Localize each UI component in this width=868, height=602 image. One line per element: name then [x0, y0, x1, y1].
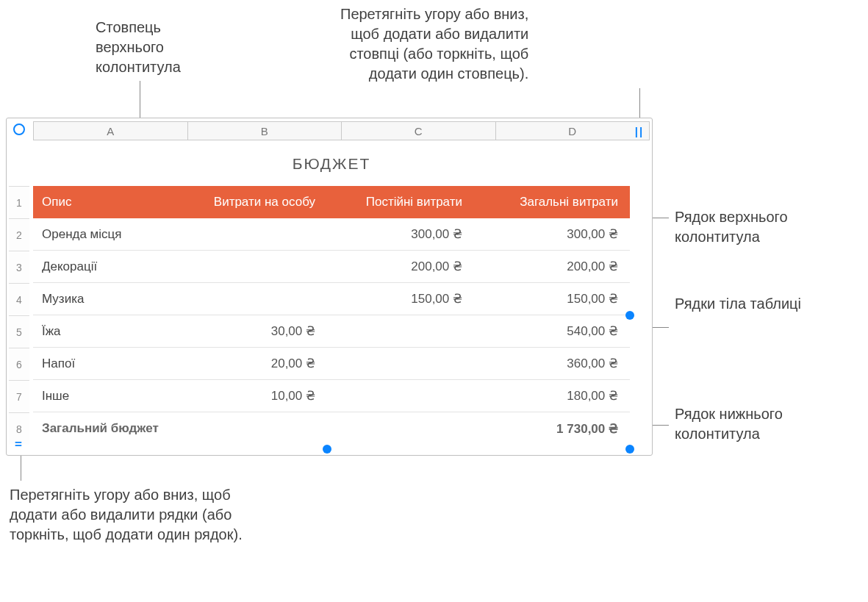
cell[interactable]: 200,00 ₴	[327, 259, 474, 274]
table-row[interactable]: Їжа 30,00 ₴ 540,00 ₴	[33, 315, 630, 348]
cell[interactable]: 540,00 ₴	[474, 323, 630, 339]
table-title[interactable]: БЮДЖЕТ	[33, 149, 630, 179]
cell[interactable]: Загальний бюджет	[33, 421, 180, 436]
table-header-row[interactable]: Опис Витрати на особу Постійні витрати З…	[33, 186, 630, 218]
resize-handle-icon[interactable]	[323, 445, 331, 454]
callout-add-columns: Перетягніть угору або вниз, щоб додати а…	[340, 4, 528, 84]
table-row[interactable]: Напої 20,00 ₴ 360,00 ₴	[33, 348, 630, 380]
cell[interactable]: Декорації	[33, 259, 180, 274]
row-header-5[interactable]: 5	[9, 315, 29, 348]
col-header-c[interactable]: C	[341, 121, 496, 140]
callout-footer-row: Рядок нижнього колонтитула	[675, 404, 783, 444]
resize-handle-icon[interactable]	[625, 311, 634, 320]
leader-line	[639, 88, 640, 119]
add-column-handle[interactable]: ||	[631, 123, 648, 139]
row-header-1[interactable]: 1	[9, 186, 29, 218]
resize-handle-icon[interactable]	[625, 445, 634, 454]
row-headers: 1 2 3 4 5 6 7 8	[9, 186, 29, 453]
callout-body-rows: Рядки тіла таблиці	[675, 294, 801, 314]
callout-header-row: Рядок верхнього колонтитула	[675, 207, 788, 247]
row-header-3[interactable]: 3	[9, 251, 29, 283]
row-header-4[interactable]: 4	[9, 283, 29, 315]
header-cell-fixed[interactable]: Постійні витрати	[327, 195, 474, 209]
cell[interactable]: 10,00 ₴	[180, 388, 327, 404]
column-headers: A B C D	[33, 121, 649, 140]
col-header-a[interactable]: A	[33, 121, 188, 140]
col-header-d[interactable]: D	[495, 121, 650, 140]
table-row[interactable]: Інше 10,00 ₴ 180,00 ₴	[33, 380, 630, 412]
cell[interactable]: Напої	[33, 356, 180, 371]
table-footer-row[interactable]: Загальний бюджет 1 730,00 ₴	[33, 412, 630, 445]
table-row[interactable]: Оренда місця 300,00 ₴ 300,00 ₴	[33, 218, 630, 251]
cell[interactable]: 180,00 ₴	[474, 388, 630, 404]
callout-add-rows: Перетягніть угору або вниз, щоб додати а…	[10, 485, 243, 545]
table-body: Опис Витрати на особу Постійні витрати З…	[33, 186, 630, 433]
cell[interactable]: 30,00 ₴	[180, 323, 327, 339]
cell[interactable]: 150,00 ₴	[474, 291, 630, 307]
cell[interactable]: Інше	[33, 389, 180, 404]
cell[interactable]: 20,00 ₴	[180, 356, 327, 371]
cell[interactable]: 360,00 ₴	[474, 356, 630, 371]
cell[interactable]: Музика	[33, 292, 180, 307]
table-select-handle[interactable]	[8, 121, 30, 137]
cell[interactable]: Їжа	[33, 324, 180, 339]
circle-icon	[13, 123, 25, 135]
cell[interactable]: 1 730,00 ₴	[474, 421, 630, 437]
table-row[interactable]: Музика 150,00 ₴ 150,00 ₴	[33, 283, 630, 315]
cell[interactable]: 150,00 ₴	[327, 291, 474, 307]
header-cell-total[interactable]: Загальні витрати	[474, 195, 630, 209]
cell[interactable]: Оренда місця	[33, 227, 180, 242]
cell[interactable]: 300,00 ₴	[474, 226, 630, 242]
header-cell-perperson[interactable]: Витрати на особу	[180, 195, 327, 209]
callout-header-column: Стовпець верхнього колонтитула	[96, 18, 181, 77]
header-cell-desc[interactable]: Опис	[33, 195, 180, 209]
leader-line	[21, 456, 21, 481]
spreadsheet-window: A B C D || БЮДЖЕТ 1 2 3 4 5 6 7 8 = Опис…	[6, 118, 653, 456]
col-header-b[interactable]: B	[187, 121, 342, 140]
row-header-6[interactable]: 6	[9, 348, 29, 380]
row-header-2[interactable]: 2	[9, 218, 29, 251]
cell[interactable]: 300,00 ₴	[327, 226, 474, 242]
table-row[interactable]: Декорації 200,00 ₴ 200,00 ₴	[33, 251, 630, 283]
cell[interactable]: 200,00 ₴	[474, 259, 630, 274]
add-row-handle[interactable]: =	[11, 437, 26, 452]
row-header-7[interactable]: 7	[9, 380, 29, 412]
